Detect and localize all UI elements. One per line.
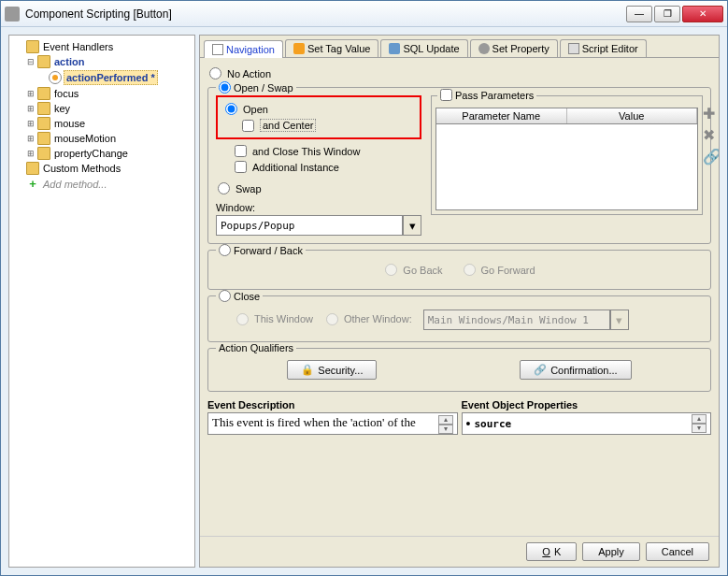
titlebar: Component Scripting [Button] — ❐ ✕ [1, 1, 727, 27]
other-window-input [326, 313, 338, 325]
add-param-icon[interactable]: ✚ [703, 105, 719, 122]
remove-param-icon[interactable]: ✖ [703, 126, 719, 144]
parameters-table[interactable]: Parameter Name Value [435, 108, 698, 210]
open-input[interactable] [225, 103, 237, 115]
window-combo[interactable]: ▾ [216, 215, 421, 236]
go-forward-radio: Go Forward [462, 262, 535, 278]
content: Event Handlers ⊟ action actionPerformed … [1, 27, 727, 575]
security-button[interactable]: 🔒 Security... [287, 360, 377, 380]
script-icon [568, 43, 579, 54]
pass-parameters-check[interactable]: Pass Parameters [437, 89, 536, 101]
event-object-box[interactable]: • source ▴▾ [462, 412, 712, 435]
database-icon [389, 43, 400, 54]
event-description-label: Event Description [207, 397, 458, 412]
folder-icon [37, 132, 50, 145]
no-action-radio[interactable]: No Action [207, 65, 711, 81]
forward-back-input[interactable] [219, 244, 231, 256]
other-window-radio: Other Window: [324, 308, 412, 330]
other-window-dropdown-button: ▾ [610, 310, 629, 330]
tree-mouse-motion[interactable]: ⊞ mouseMotion [24, 131, 191, 146]
ok-button[interactable]: OK [526, 542, 577, 561]
event-object-properties-label: Event Object Properties [462, 397, 712, 412]
desc-scroll[interactable]: ▴▾ [438, 415, 453, 432]
action-qualifiers-group: Action Qualifiers 🔒 Security... 🔗 Confir… [207, 348, 711, 392]
tab-navigation[interactable]: Navigation [204, 40, 283, 58]
and-center-check[interactable]: and Center [240, 117, 414, 134]
window-title: Component Scripting [Button] [25, 7, 626, 21]
tree-focus[interactable]: ⊞ focus [24, 86, 191, 101]
navigation-body: No Action Open / Swap Open [200, 58, 719, 536]
folder-icon [37, 102, 50, 115]
cancel-button[interactable]: Cancel [646, 542, 709, 561]
open-radio[interactable]: Open [223, 101, 414, 117]
obj-scroll[interactable]: ▴▾ [692, 414, 707, 433]
bottom-info: Event Description This event is fired wh… [207, 397, 711, 435]
close-radio[interactable]: Close [216, 290, 263, 302]
additional-instance-input[interactable] [235, 161, 247, 173]
tree-event-handlers[interactable]: Event Handlers [13, 39, 191, 54]
event-description-box[interactable]: This event is fired when the 'action' of… [207, 412, 458, 435]
tab-sql-update[interactable]: SQL Update [380, 39, 467, 57]
lock-icon: 🔒 [301, 364, 314, 376]
tab-set-property[interactable]: Set Property [470, 39, 558, 57]
right-panel: Navigation Set Tag Value SQL Update Set … [199, 35, 720, 568]
additional-instance-check[interactable]: Additional Instance [233, 159, 421, 175]
tag-icon [293, 43, 305, 54]
param-value-header: Value [567, 108, 698, 123]
folder-icon [37, 147, 50, 160]
and-close-check[interactable]: and Close This Window [233, 143, 421, 159]
go-back-radio: Go Back [383, 262, 442, 278]
pass-parameters-input[interactable] [440, 89, 452, 101]
close-button[interactable]: ✕ [682, 6, 723, 22]
tree-add-method[interactable]: + Add method... [24, 176, 191, 192]
other-window-combo: ▾ [423, 310, 629, 330]
tree-property-change[interactable]: ⊞ propertyChange [24, 146, 191, 161]
swap-radio[interactable]: Swap [216, 180, 421, 196]
window: Component Scripting [Button] — ❐ ✕ Event… [0, 0, 728, 576]
plus-icon: + [26, 177, 39, 191]
close-input[interactable] [219, 290, 231, 302]
tree-action[interactable]: ⊟ action [24, 54, 191, 69]
tree-mouse[interactable]: ⊞ mouse [24, 116, 191, 131]
window-dropdown-button[interactable]: ▾ [403, 215, 421, 236]
param-name-header: Parameter Name [436, 108, 567, 123]
forward-back-radio[interactable]: Forward / Back [216, 244, 306, 256]
minimize-button[interactable]: — [626, 6, 652, 22]
event-tree[interactable]: Event Handlers ⊟ action actionPerformed … [8, 35, 195, 568]
this-window-radio: This Window [235, 308, 313, 330]
open-swap-radio[interactable]: Open / Swap [216, 81, 296, 94]
no-action-input[interactable] [209, 67, 221, 79]
maximize-button[interactable]: ❐ [654, 6, 680, 22]
this-window-input [236, 313, 249, 325]
close-group: Close This Window Other Window: [207, 295, 711, 342]
folder-icon [37, 55, 50, 68]
action-qualifiers-label: Action Qualifiers [216, 342, 296, 353]
window-buttons: — ❐ ✕ [626, 6, 723, 22]
open-swap-input[interactable] [219, 81, 231, 94]
go-back-input [385, 264, 397, 276]
app-icon [5, 7, 20, 22]
forward-back-group: Forward / Back Go Back Go Forward [207, 250, 711, 290]
other-window-field [423, 310, 610, 330]
go-forward-input [464, 264, 476, 276]
folder-icon [37, 117, 50, 130]
param-side-buttons: ✚ ✖ 🔗 [703, 105, 719, 166]
and-center-input[interactable] [242, 120, 254, 132]
tab-set-tag-value[interactable]: Set Tag Value [285, 39, 378, 57]
link-param-icon[interactable]: 🔗 [703, 148, 719, 166]
confirmation-button[interactable]: 🔗 Confirmation... [520, 360, 632, 380]
window-field[interactable] [216, 215, 403, 236]
tab-script-editor[interactable]: Script Editor [560, 39, 647, 57]
tabs: Navigation Set Tag Value SQL Update Set … [200, 36, 719, 58]
swap-input[interactable] [218, 182, 230, 194]
folder-icon [26, 162, 39, 175]
open-swap-group: Open / Swap Open and Cent [207, 87, 711, 244]
dialog-footer: OK Apply Cancel [200, 536, 719, 567]
tree-custom-methods[interactable]: Custom Methods [13, 161, 191, 176]
event-icon [49, 71, 62, 84]
and-close-input[interactable] [235, 145, 247, 157]
tree-key[interactable]: ⊞ key [24, 101, 191, 116]
open-highlight: Open and Center [216, 95, 421, 139]
tree-action-performed[interactable]: actionPerformed * [47, 69, 191, 86]
folder-icon [26, 40, 39, 53]
